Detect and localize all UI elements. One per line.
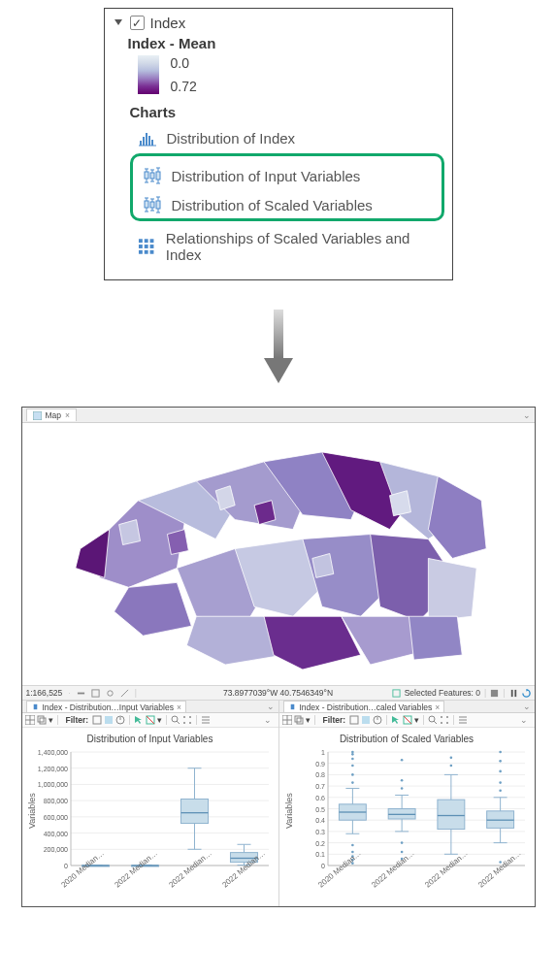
svg-line-89: [177, 721, 180, 724]
selection-icon[interactable]: [392, 689, 401, 698]
svg-text:1,200,000: 1,200,000: [38, 766, 68, 772]
chevron-down-icon[interactable]: ⌄: [523, 702, 531, 711]
ramp-max: 0.72: [171, 79, 197, 94]
svg-marker-145: [392, 716, 399, 724]
disclosure-triangle-icon[interactable]: [113, 15, 124, 31]
svg-rect-67: [78, 692, 84, 694]
chart-item-box-input[interactable]: Distribution of Input Variables: [139, 164, 440, 187]
y-axis-label: Variables: [283, 750, 295, 871]
svg-rect-68: [92, 689, 99, 696]
chart-row: Index - Distribution…Input Variables × ⌄…: [22, 701, 535, 906]
ramp-min: 0.0: [171, 55, 197, 71]
svg-point-93: [189, 722, 191, 724]
svg-point-194: [351, 758, 354, 761]
svg-rect-139: [295, 716, 301, 722]
chart-body: Distribution of Scaled Variables Variabl…: [279, 728, 535, 906]
time-filter-icon[interactable]: [373, 715, 382, 725]
svg-marker-64: [167, 530, 188, 555]
select-icon[interactable]: [134, 715, 144, 725]
svg-marker-59: [428, 558, 476, 621]
copy-icon[interactable]: [37, 715, 47, 725]
selection-filter-icon[interactable]: [361, 715, 371, 725]
close-icon[interactable]: ×: [435, 702, 440, 712]
table-icon[interactable]: [282, 715, 292, 725]
chart-item-label: Distribution of Input Variables: [172, 168, 361, 184]
svg-marker-63: [311, 553, 333, 577]
svg-point-206: [400, 779, 403, 782]
layer-visibility-checkbox[interactable]: ✓: [130, 16, 145, 30]
chart-item-histogram[interactable]: Distribution of Index: [134, 126, 444, 149]
zoom-icon[interactable]: [428, 715, 438, 725]
full-extent-icon[interactable]: [440, 715, 449, 725]
chevron-down-icon[interactable]: ⌄: [264, 715, 272, 725]
chart-item-label: Distribution of Index: [167, 130, 296, 147]
extent-filter-icon[interactable]: [92, 715, 102, 725]
charts-header: Charts: [130, 104, 444, 120]
svg-text:400,000: 400,000: [43, 831, 67, 837]
svg-text:0.6: 0.6: [315, 795, 325, 801]
svg-rect-34: [138, 245, 142, 248]
map-view[interactable]: [22, 423, 535, 685]
svg-point-91: [189, 716, 191, 718]
svg-rect-12: [150, 173, 154, 179]
chevron-down-icon[interactable]: ⌄: [523, 410, 531, 420]
boxplot-icon: [288, 702, 297, 711]
select-icon[interactable]: [391, 715, 401, 725]
map-tab[interactable]: Map ×: [26, 408, 78, 421]
extent-filter-icon[interactable]: [349, 715, 359, 725]
svg-text:0.7: 0.7: [315, 783, 325, 790]
layer-name: Index: [150, 15, 186, 31]
chevron-down-icon[interactable]: ⌄: [267, 702, 275, 711]
svg-point-203: [400, 851, 403, 854]
color-ramp-swatch: [138, 55, 159, 94]
layer-row[interactable]: ✓ Index: [113, 15, 444, 31]
pause-icon[interactable]: [509, 689, 518, 698]
chart-tab-input[interactable]: Index - Distribution…Input Variables ×: [26, 701, 186, 712]
svg-text:0.1: 0.1: [315, 851, 325, 858]
svg-point-190: [351, 844, 354, 847]
svg-text:0.9: 0.9: [315, 761, 325, 768]
catalog-icon[interactable]: [490, 689, 499, 698]
close-icon[interactable]: ×: [177, 702, 181, 712]
chart-item-matrix[interactable]: Relationships of Scaled Variables and In…: [134, 227, 444, 266]
menu-icon[interactable]: [201, 715, 211, 725]
refresh-icon[interactable]: [522, 689, 531, 698]
filter-label: Filter:: [323, 715, 346, 725]
svg-rect-32: [144, 239, 147, 243]
svg-text:0: 0: [321, 863, 325, 869]
table-icon[interactable]: [25, 715, 35, 725]
coord-readout[interactable]: 73.8977039°W 40.7546349°N: [223, 688, 333, 698]
svg-rect-141: [350, 716, 358, 724]
pause-draw-icon[interactable]: [120, 689, 129, 698]
svg-rect-40: [274, 310, 283, 358]
chevron-down-icon[interactable]: ⌄: [520, 715, 528, 725]
scale-text[interactable]: 1:166,525: [26, 688, 63, 698]
svg-point-150: [441, 716, 442, 718]
chart-tab-scaled[interactable]: Index - Distribution…caled Variables ×: [283, 701, 445, 712]
snap-icon[interactable]: [106, 689, 114, 698]
svg-text:0.4: 0.4: [315, 817, 325, 824]
zoom-icon[interactable]: [171, 715, 180, 725]
menu-icon[interactable]: [458, 715, 468, 725]
selection-filter-icon[interactable]: [104, 715, 114, 725]
clear-select-icon[interactable]: [146, 715, 155, 725]
chart-item-box-scaled[interactable]: Distribution of Scaled Variables: [139, 193, 440, 216]
constraints-icon[interactable]: [91, 689, 100, 698]
svg-rect-80: [40, 718, 46, 724]
copy-icon[interactable]: [294, 715, 304, 725]
scatter-matrix-icon: [138, 238, 156, 255]
scale-tool-icon[interactable]: [77, 689, 85, 698]
full-extent-icon[interactable]: [182, 715, 192, 725]
svg-point-152: [441, 722, 442, 724]
chart-toolbar: ▾ Filter: ▾ ⌄: [279, 713, 535, 728]
svg-marker-0: [114, 19, 122, 25]
clear-select-icon[interactable]: [403, 715, 412, 725]
chart-panel-scaled: Index - Distribution…caled Variables × ⌄…: [279, 701, 535, 906]
svg-rect-5: [148, 136, 150, 146]
svg-text:0: 0: [64, 863, 68, 869]
time-filter-icon[interactable]: [115, 715, 125, 725]
svg-rect-36: [149, 245, 153, 248]
chart-panel-input: Index - Distribution…Input Variables × ⌄…: [22, 701, 279, 906]
close-icon[interactable]: ×: [65, 410, 70, 420]
svg-text:200,000: 200,000: [43, 846, 67, 853]
